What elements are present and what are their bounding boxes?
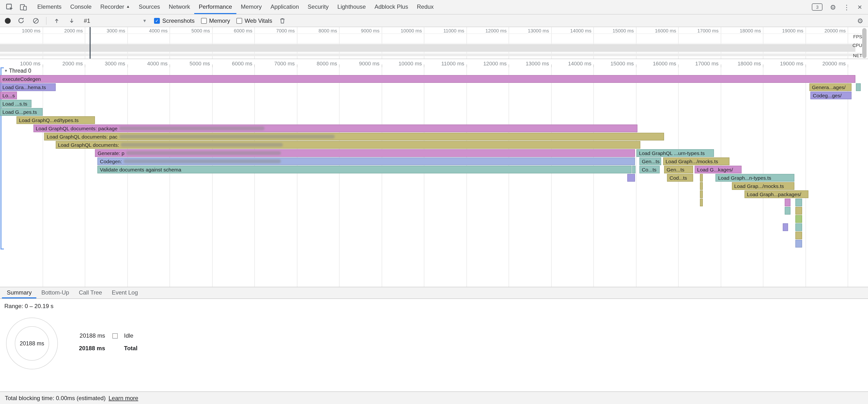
issues-counter-icon[interactable]: 3 <box>812 3 823 11</box>
flame-bar[interactable]: Load G...kages/ <box>694 166 742 174</box>
recorder-badge-icon: ▲ <box>126 4 130 9</box>
flame-bar[interactable]: Load GraphQL documents: pac <box>44 133 664 141</box>
tab-redux[interactable]: Redux <box>412 0 438 14</box>
reload-and-record-icon[interactable] <box>16 16 26 25</box>
save-profile-icon[interactable] <box>67 16 76 25</box>
flame-bar[interactable]: Load Graph...n-types.ts <box>716 174 795 182</box>
tab-application[interactable]: Application <box>266 0 303 14</box>
flame-bar[interactable] <box>796 215 802 223</box>
close-icon[interactable]: ✕ <box>857 4 862 10</box>
flame-bar-label: Load Gra...hema.ts <box>2 84 46 90</box>
flame-bar[interactable] <box>783 223 788 231</box>
scrollbar-thumb[interactable] <box>862 28 867 58</box>
history-select-value: #1 <box>84 17 90 24</box>
flame-bar[interactable]: Load Grap.../mocks.ts <box>732 182 794 190</box>
flame-bar[interactable]: Load GraphQL documents: <box>56 141 640 149</box>
flame-bar[interactable] <box>700 190 703 198</box>
thread-toggle[interactable]: ▾ Thread 0 <box>5 68 31 74</box>
trash-icon[interactable] <box>278 16 287 25</box>
checkbox-box-screenshots[interactable]: ✓ <box>154 18 160 24</box>
flame-bar[interactable]: Load GraphQL documents: package <box>33 124 638 132</box>
flame-bar[interactable]: Lo...s <box>0 92 17 99</box>
toolbar-checkboxes: ✓ScreenshotsMemoryWeb Vitals <box>154 17 272 24</box>
lane-divider <box>0 53 861 53</box>
record-button[interactable] <box>5 18 11 24</box>
details-tab-event-log[interactable]: Event Log <box>107 287 143 299</box>
tabbar-left-icons <box>0 2 33 12</box>
flame-bar[interactable]: Load GraphQ...ed/types.ts <box>17 116 95 124</box>
flame-gridline <box>551 67 552 287</box>
flame-bar[interactable]: Load Gra...hema.ts <box>0 83 56 91</box>
tab-security[interactable]: Security <box>303 0 333 14</box>
tab-sources[interactable]: Sources <box>134 0 164 14</box>
details-tabbar: SummaryBottom-UpCall TreeEvent Log <box>0 287 868 299</box>
checkbox-box-web-vitals[interactable] <box>237 18 242 24</box>
checkbox-screenshots[interactable]: ✓Screenshots <box>154 17 194 24</box>
flame-bar[interactable] <box>784 198 790 206</box>
history-select[interactable]: #1 ▼ <box>82 17 149 24</box>
checkbox-memory[interactable]: Memory <box>201 17 230 24</box>
flame-bar[interactable]: Gen...ts <box>640 157 661 165</box>
timeline-overview[interactable]: 1000 ms2000 ms3000 ms4000 ms5000 ms6000 … <box>0 27 868 59</box>
flame-bar[interactable] <box>796 231 802 239</box>
ruler-tick-label: 14000 ms <box>557 61 591 66</box>
capture-settings-gear-icon[interactable]: ⚙ <box>857 17 863 24</box>
tab-elements[interactable]: Elements <box>33 0 66 14</box>
details-tab-summary[interactable]: Summary <box>2 287 37 299</box>
load-profile-icon[interactable] <box>52 16 62 25</box>
flame-bar[interactable]: Codegen: <box>98 157 635 165</box>
tab-console[interactable]: Console <box>66 0 96 14</box>
donut-total-label: 20188 ms <box>20 340 44 347</box>
flame-bar[interactable] <box>796 240 802 248</box>
tab-lighthouse[interactable]: Lighthouse <box>333 0 370 14</box>
flame-bar[interactable] <box>796 223 802 231</box>
flame-bar[interactable] <box>632 166 636 174</box>
flame-bar[interactable] <box>856 83 861 91</box>
flame-bar[interactable] <box>784 207 790 215</box>
devtools-window: ElementsConsoleRecorder▲SourcesNetworkPe… <box>0 0 868 404</box>
scrollbar[interactable] <box>861 27 868 287</box>
flame-bar[interactable]: Load GraphQL ...urn-types.ts <box>637 149 714 157</box>
flame-bar[interactable] <box>796 207 802 215</box>
details-tab-bottom-up[interactable]: Bottom-Up <box>37 287 74 299</box>
learn-more-link[interactable]: Learn more <box>108 395 138 401</box>
flame-bar[interactable]: Genera...ages/ <box>810 83 851 91</box>
flame-bar-label: Load G...pes.ts <box>2 109 37 115</box>
flame-bar[interactable] <box>700 182 703 190</box>
flame-bar[interactable]: Load G...pes.ts <box>0 108 42 116</box>
toolbar-divider <box>46 17 46 25</box>
kebab-menu-icon[interactable]: ⋮ <box>843 4 850 10</box>
inspect-element-icon[interactable] <box>5 2 14 12</box>
settings-gear-icon[interactable]: ⚙ <box>830 4 836 10</box>
ruler-tick <box>466 64 467 67</box>
flame-bar[interactable]: Cod...ts <box>667 174 693 182</box>
performance-toolbar: #1 ▼ ✓ScreenshotsMemoryWeb Vitals ⚙ <box>0 14 868 27</box>
clear-icon[interactable] <box>31 16 41 25</box>
flame-bar[interactable]: Generate: p <box>95 149 635 157</box>
tab-recorder[interactable]: Recorder▲ <box>96 0 134 14</box>
ruler-tick-label: 10000 ms <box>387 61 422 66</box>
flame-bar[interactable]: Load Graph.../mocks.ts <box>663 157 730 165</box>
tab-memory[interactable]: Memory <box>237 0 266 14</box>
flame-bar[interactable]: Gen...ts <box>664 166 693 174</box>
checkbox-box-memory[interactable] <box>201 18 207 24</box>
overview-marker[interactable] <box>90 27 91 59</box>
flame-bar[interactable] <box>700 174 703 182</box>
device-toolbar-icon[interactable] <box>19 2 28 12</box>
tab-network[interactable]: Network <box>164 0 194 14</box>
flame-bar[interactable]: Load Graph...packages/ <box>744 190 808 198</box>
flame-bar[interactable] <box>796 198 802 206</box>
flame-bar[interactable] <box>627 174 635 182</box>
flame-bar[interactable]: Load ...s.ts <box>0 100 31 107</box>
flame-bar[interactable]: executeCodegen <box>0 75 856 83</box>
flame-gridline <box>339 67 340 287</box>
flame-chart[interactable]: ▾ Thread 0 executeCodegenLoad Gra...hema… <box>0 67 861 287</box>
flame-bar[interactable] <box>700 198 703 206</box>
details-tab-call-tree[interactable]: Call Tree <box>74 287 107 299</box>
checkbox-web-vitals[interactable]: Web Vitals <box>237 17 272 24</box>
tab-performance[interactable]: Performance <box>194 0 237 14</box>
flame-bar[interactable]: Validate documents against schema <box>98 166 631 174</box>
flame-bar[interactable]: Co...ts <box>640 166 660 174</box>
flame-bar[interactable]: Codeg...ges/ <box>810 92 851 99</box>
tab-adblock-plus[interactable]: Adblock Plus <box>370 0 412 14</box>
